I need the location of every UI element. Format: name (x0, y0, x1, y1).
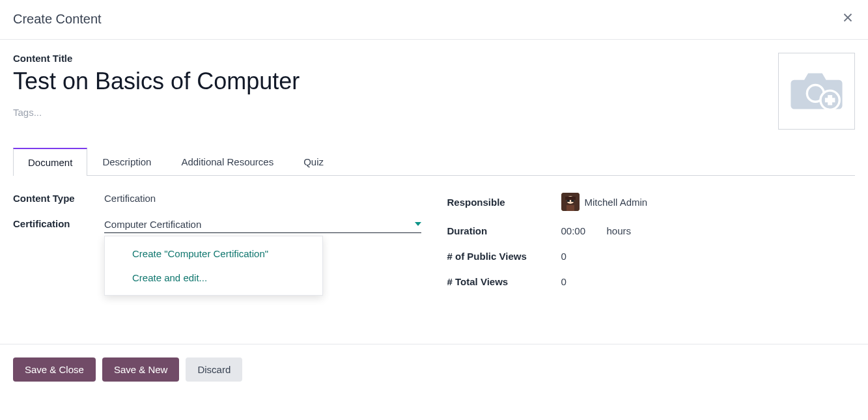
close-icon (841, 10, 855, 25)
certification-dropdown-menu: Create "Computer Certification" Create a… (104, 236, 323, 296)
svg-rect-10 (565, 197, 576, 200)
public-views-row: # of Public Views 0 (447, 251, 856, 262)
responsible-label: Responsible (447, 197, 561, 208)
certification-row: Certification Computer Certification Cre… (13, 218, 421, 233)
tags-input[interactable]: Tags... (13, 107, 778, 118)
content-title-label: Content Title (13, 53, 778, 64)
save-close-button[interactable]: Save & Close (13, 357, 96, 382)
tab-document[interactable]: Document (13, 148, 87, 176)
public-views-label: # of Public Views (447, 251, 561, 262)
duration-value[interactable]: 00:00 (561, 225, 607, 236)
responsible-value[interactable]: Mitchell Admin (585, 197, 648, 208)
public-views-value: 0 (561, 251, 567, 262)
tab-quiz[interactable]: Quiz (288, 148, 339, 175)
tab-description[interactable]: Description (87, 148, 166, 175)
svg-rect-6 (825, 98, 835, 102)
modal-header: Create Content (0, 0, 868, 40)
form-grid: Content Type Certification Certification… (13, 193, 855, 287)
duration-label: Duration (447, 225, 561, 236)
content-type-label: Content Type (13, 193, 104, 204)
form-left-column: Content Type Certification Certification… (13, 193, 421, 287)
tab-bar: Document Description Additional Resource… (13, 148, 855, 176)
duration-row: Duration 00:00 hours (447, 225, 856, 236)
discard-button[interactable]: Discard (186, 357, 242, 382)
content-title-value[interactable]: Test on Basics of Computer (13, 68, 778, 95)
total-views-value: 0 (561, 276, 567, 287)
content-type-value[interactable]: Certification (104, 193, 156, 204)
dropdown-create-edit-option[interactable]: Create and edit... (105, 266, 322, 290)
certification-dropdown[interactable]: Computer Certification Create "Computer … (104, 218, 421, 233)
image-upload[interactable] (778, 53, 855, 130)
svg-rect-11 (567, 200, 570, 202)
modal-footer: Save & Close Save & New Discard (0, 344, 868, 395)
camera-plus-icon (789, 68, 845, 114)
title-row: Content Title Test on Basics of Computer… (13, 53, 855, 130)
total-views-label: # Total Views (447, 276, 561, 287)
modal-body: Content Title Test on Basics of Computer… (0, 40, 868, 344)
duration-unit: hours (607, 225, 632, 236)
close-button[interactable] (841, 10, 855, 27)
responsible-row: Responsible Mitchell Admin (447, 193, 856, 211)
chevron-down-icon[interactable] (415, 218, 421, 230)
svg-rect-12 (571, 200, 574, 202)
avatar (561, 193, 580, 211)
content-type-row: Content Type Certification (13, 193, 421, 204)
dropdown-create-option[interactable]: Create "Computer Certification" (105, 242, 322, 266)
save-new-button[interactable]: Save & New (102, 357, 180, 382)
title-column: Content Title Test on Basics of Computer… (13, 53, 778, 118)
tab-additional-resources[interactable]: Additional Resources (166, 148, 288, 175)
total-views-row: # Total Views 0 (447, 276, 856, 287)
certification-label: Certification (13, 218, 104, 229)
form-right-column: Responsible Mitchell Admin Duration 00:0… (447, 193, 856, 287)
modal-title: Create Content (13, 12, 102, 27)
svg-marker-7 (415, 222, 421, 226)
svg-rect-13 (567, 205, 574, 211)
certification-value: Computer Certification (104, 219, 201, 230)
